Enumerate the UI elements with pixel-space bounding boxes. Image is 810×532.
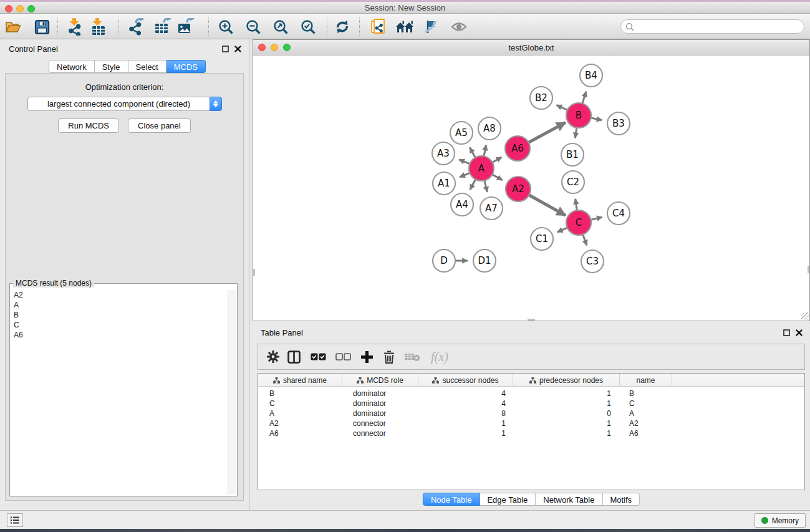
column-header-mcds-role[interactable]: MCDS role	[342, 374, 418, 387]
deselect-all-button[interactable]	[332, 344, 354, 369]
export-image-button[interactable]	[175, 16, 196, 37]
add-column-button[interactable]	[356, 344, 377, 369]
mcds-result-list[interactable]: A2 A B C A6	[11, 290, 227, 495]
list-item[interactable]: A	[14, 300, 227, 310]
node-B4[interactable]: B4	[580, 64, 602, 87]
export-network-button[interactable]	[126, 16, 147, 37]
cell-shared-name[interactable]: C	[258, 399, 342, 409]
function-builder-button[interactable]: f(x)	[426, 344, 453, 369]
cell-shared-name[interactable]: A	[258, 409, 342, 418]
table-row[interactable]: C dominator 4 1 C	[258, 399, 804, 409]
tab-network-table[interactable]: Network Table	[536, 493, 602, 506]
node-B[interactable]: B	[566, 103, 591, 128]
node-C4[interactable]: C4	[607, 202, 630, 225]
cell-shared-name[interactable]: B	[258, 389, 342, 399]
node-A1[interactable]: A1	[433, 172, 455, 195]
cell-predecessor-nodes[interactable]: 0	[513, 409, 620, 418]
close-panel-icon[interactable]	[796, 329, 803, 336]
cell-name[interactable]: A	[620, 409, 672, 418]
node-A6[interactable]: A6	[505, 136, 530, 161]
task-history-button[interactable]	[7, 513, 23, 527]
table-row[interactable]: B dominator 4 1 B	[258, 389, 804, 399]
cell-name[interactable]: B	[620, 389, 672, 399]
table-row[interactable]: A dominator 8 0 A	[258, 409, 804, 418]
show-graphics-button[interactable]	[448, 16, 470, 37]
list-item[interactable]: C	[14, 320, 227, 330]
node-A5[interactable]: A5	[450, 122, 473, 144]
column-header-name[interactable]: name	[620, 374, 672, 387]
resize-grip[interactable]	[801, 312, 809, 320]
table-row[interactable]: A6 connector 1 1 A6	[258, 428, 804, 438]
cell-predecessor-nodes[interactable]: 1	[513, 399, 620, 409]
node-A2[interactable]: A2	[506, 177, 531, 201]
cell-mcds-role[interactable]: dominator	[342, 389, 418, 399]
cell-mcds-role[interactable]: connector	[342, 428, 418, 438]
node-A4[interactable]: A4	[451, 193, 473, 216]
tab-mcds[interactable]: MCDS	[166, 60, 206, 73]
tab-network[interactable]: Network	[49, 60, 95, 73]
cell-predecessor-nodes[interactable]: 1	[513, 418, 620, 428]
node-C[interactable]: C	[566, 210, 591, 235]
hide-flag-button[interactable]	[420, 16, 441, 37]
cell-mcds-role[interactable]: dominator	[342, 409, 418, 418]
select-all-button[interactable]	[307, 344, 329, 369]
import-table-button[interactable]	[88, 16, 109, 37]
tab-node-table[interactable]: Node Table	[423, 493, 480, 506]
column-header-predecessor-nodes[interactable]: predecessor nodes	[513, 374, 620, 387]
cell-name[interactable]: A2	[620, 418, 672, 428]
cell-predecessor-nodes[interactable]: 1	[513, 428, 620, 438]
cell-name[interactable]: C	[620, 399, 672, 409]
list-item[interactable]: A6	[14, 330, 227, 340]
tab-edge-table[interactable]: Edge Table	[480, 493, 536, 506]
cell-mcds-role[interactable]: dominator	[342, 399, 418, 409]
cell-predecessor-nodes[interactable]: 1	[513, 389, 620, 399]
node-B2[interactable]: B2	[530, 87, 552, 109]
node-B1[interactable]: B1	[561, 143, 584, 166]
cell-successor-nodes[interactable]: 1	[418, 418, 513, 428]
node-A[interactable]: A	[469, 156, 494, 181]
home-view-button[interactable]	[394, 16, 415, 37]
delete-table-button[interactable]	[402, 344, 423, 369]
export-table-button[interactable]	[152, 16, 173, 37]
close-panel-icon[interactable]	[234, 46, 241, 52]
search-input[interactable]	[634, 22, 804, 31]
cell-successor-nodes[interactable]: 4	[418, 399, 513, 409]
tab-motifs[interactable]: Motifs	[602, 493, 640, 506]
list-scrollbar[interactable]	[228, 290, 236, 495]
close-panel-button[interactable]: Close panel	[128, 118, 191, 133]
float-panel-icon[interactable]	[222, 46, 229, 52]
node-C3[interactable]: C3	[581, 250, 604, 273]
run-mcds-button[interactable]: Run MCDS	[58, 118, 119, 133]
column-header-successor-nodes[interactable]: successor nodes	[418, 374, 513, 387]
save-session-button[interactable]	[31, 16, 52, 37]
zoom-fit-button[interactable]	[270, 16, 291, 37]
memory-button[interactable]: Memory	[755, 513, 806, 528]
cell-name[interactable]: A6	[620, 428, 672, 438]
node-A8[interactable]: A8	[478, 117, 501, 140]
zoom-selected-button[interactable]	[297, 16, 319, 37]
network-window-titlebar[interactable]: testGlobe.txt	[253, 40, 809, 56]
cell-shared-name[interactable]: A2	[258, 418, 342, 428]
toolbar-search[interactable]	[620, 19, 804, 34]
node-A3[interactable]: A3	[432, 142, 455, 165]
session-snapshot-button[interactable]	[367, 16, 388, 37]
zoom-in-button[interactable]	[215, 16, 236, 37]
import-network-button[interactable]	[65, 16, 86, 37]
node-D[interactable]: D	[433, 249, 455, 272]
cell-successor-nodes[interactable]: 8	[418, 409, 513, 418]
cell-shared-name[interactable]: A6	[258, 428, 342, 438]
criterion-dropdown[interactable]: largest connected component (directed)	[27, 97, 222, 111]
column-header-shared-name[interactable]: shared name	[258, 374, 342, 387]
zoom-out-button[interactable]	[243, 16, 264, 37]
node-C1[interactable]: C1	[531, 228, 553, 250]
node-C2[interactable]: C2	[562, 171, 584, 193]
refresh-button[interactable]	[332, 16, 353, 37]
node-B3[interactable]: B3	[607, 112, 630, 135]
delete-column-button[interactable]	[378, 344, 400, 369]
tab-select[interactable]: Select	[128, 60, 166, 73]
cell-successor-nodes[interactable]: 1	[418, 428, 513, 438]
table-settings-button[interactable]	[263, 344, 284, 369]
node-A7[interactable]: A7	[480, 197, 503, 220]
node-D1[interactable]: D1	[473, 249, 496, 272]
list-item[interactable]: A2	[14, 290, 227, 300]
